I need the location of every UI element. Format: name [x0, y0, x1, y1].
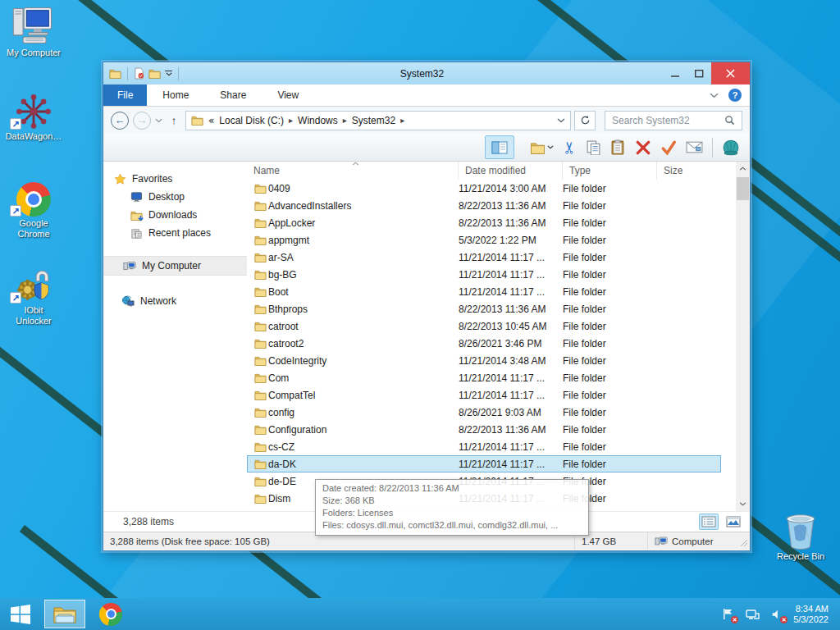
network-tray-icon[interactable]	[744, 607, 760, 622]
desktop-icon-recycle-bin[interactable]: Recycle Bin	[769, 509, 833, 562]
column-header-type[interactable]: Type	[563, 162, 657, 180]
file-row-CompatTel[interactable]: CompatTel11/21/2014 11:17 ...File folder	[247, 386, 721, 404]
folder-icon[interactable]	[109, 68, 121, 79]
minimize-button[interactable]	[664, 62, 687, 84]
action-center-flag-icon[interactable]: ✕	[719, 607, 736, 622]
taskbar-file-explorer-button[interactable]	[44, 600, 85, 628]
up-button[interactable]: ↑	[167, 114, 181, 127]
file-row-cs-CZ[interactable]: cs-CZ11/21/2014 11:17 ...File folder	[247, 438, 721, 455]
breadcrumb-overflow[interactable]: «	[208, 115, 214, 126]
start-button[interactable]	[0, 598, 41, 630]
breadcrumb-separator-icon[interactable]: ▸	[289, 116, 293, 125]
sidebar-item-downloads[interactable]: Downloads	[103, 206, 247, 224]
qat-customize-button[interactable]	[165, 71, 172, 76]
properties-icon[interactable]	[134, 67, 144, 80]
search-icon[interactable]	[724, 115, 735, 126]
column-header-date-modified[interactable]: Date modified	[459, 162, 563, 180]
taskbar: ✕ ✕ 8:34 AM 5/3/2022	[0, 598, 840, 630]
scroll-down-arrow-icon[interactable]	[736, 497, 750, 511]
column-headers: Name Date modified Type Size	[247, 162, 736, 180]
resize-grip[interactable]	[738, 532, 750, 550]
paste-button[interactable]	[610, 139, 626, 155]
file-row-catroot[interactable]: catroot8/22/2013 10:45 AMFile folder	[247, 317, 721, 335]
file-type: File folder	[563, 407, 657, 418]
breadcrumb-separator-icon[interactable]: ▸	[400, 116, 404, 125]
folder-icon[interactable]	[148, 68, 161, 79]
window-title: System32	[180, 68, 664, 80]
breadcrumb-separator-icon[interactable]: ▸	[343, 116, 347, 125]
star-icon	[113, 173, 126, 185]
sidebar-item-desktop[interactable]: Desktop	[103, 188, 247, 206]
desktop-icon-label: IObit Unlocker	[10, 305, 57, 326]
tab-file[interactable]: File	[103, 84, 147, 106]
breadcrumb[interactable]: « Local Disk (C:) ▸ Windows ▸ System32 ▸	[185, 111, 571, 130]
desktop-icon-google-chrome[interactable]: ↗ Google Chrome	[2, 179, 66, 240]
email-button[interactable]	[686, 141, 703, 153]
breadcrumb-segment[interactable]: System32	[352, 115, 395, 126]
ribbon-expand-chevron-icon[interactable]	[710, 93, 719, 98]
titlebar[interactable]: System32	[103, 62, 750, 84]
file-row-Bthprops[interactable]: Bthprops8/22/2013 11:36 AMFile folder	[247, 300, 721, 317]
file-date-modified: 11/21/2014 3:00 AM	[459, 183, 563, 194]
file-row-config[interactable]: config8/26/2021 9:03 AMFile folder	[247, 404, 721, 421]
cut-button[interactable]: ✂	[560, 140, 580, 154]
file-row-Configuration[interactable]: Configuration8/22/2013 11:36 AMFile fold…	[247, 421, 721, 438]
file-row-bg-BG[interactable]: bg-BG11/21/2014 11:17 ...File folder	[247, 266, 721, 283]
desktop-icon-iobit-unlocker[interactable]: ↗ IObit Unlocker	[2, 266, 66, 326]
maximize-button[interactable]	[687, 62, 711, 84]
file-row-CodeIntegrity[interactable]: CodeIntegrity11/21/2014 3:48 AMFile fold…	[247, 352, 721, 369]
taskbar-chrome-button[interactable]	[90, 600, 131, 628]
file-type: File folder	[563, 390, 657, 401]
search-box[interactable]: Search System32	[605, 111, 742, 130]
vertical-scrollbar[interactable]	[736, 162, 750, 511]
scrollbar-thumb[interactable]	[737, 177, 749, 200]
tooltip-line: Size: 368 KB	[322, 495, 582, 507]
breadcrumb-segment[interactable]: Windows	[298, 115, 338, 126]
help-button[interactable]: ?	[728, 89, 742, 102]
file-name: appmgmt	[268, 235, 459, 246]
file-row-catroot2[interactable]: catroot28/26/2021 3:46 PMFile folder	[247, 335, 721, 352]
shortcut-arrow-icon: ↗	[10, 205, 21, 217]
address-dropdown-chevron-icon[interactable]	[557, 118, 565, 123]
file-row-AppLocker[interactable]: AppLocker8/22/2013 11:36 AMFile folder	[247, 214, 721, 231]
refresh-button[interactable]	[574, 111, 596, 130]
taskbar-clock[interactable]: 8:34 AM 5/3/2022	[793, 604, 832, 625]
column-header-size[interactable]: Size	[657, 162, 723, 180]
recent-locations-chevron-icon[interactable]	[155, 118, 162, 123]
file-row-0409[interactable]: 040911/21/2014 3:00 AMFile folder	[247, 180, 721, 197]
sidebar-item-favorites[interactable]: Favorites	[103, 170, 247, 188]
volume-muted-icon[interactable]: ✕	[769, 607, 785, 622]
scroll-up-arrow-icon[interactable]	[736, 162, 750, 176]
tab-share[interactable]: Share	[204, 84, 262, 106]
file-row-AdvancedInstallers[interactable]: AdvancedInstallers8/22/2013 11:36 AMFile…	[247, 197, 721, 214]
back-button[interactable]: ←	[111, 112, 129, 130]
tab-view[interactable]: View	[262, 84, 314, 106]
sidebar-item-network[interactable]: Network	[103, 292, 247, 310]
close-button[interactable]	[711, 62, 750, 84]
status-location: Computer	[648, 532, 738, 550]
forward-button[interactable]: →	[133, 112, 151, 130]
file-row-ar-SA[interactable]: ar-SA11/21/2014 11:17 ...File folder	[247, 249, 721, 266]
file-row-Com[interactable]: Com11/21/2014 11:17 ...File folder	[247, 369, 721, 386]
copy-button[interactable]	[586, 139, 601, 155]
desktop-icon-my-computer[interactable]: My Computer	[2, 5, 66, 58]
thumbnail-view-button[interactable]	[724, 514, 743, 530]
folder-options-button[interactable]	[530, 141, 554, 154]
sidebar-item-my-computer[interactable]: My Computer	[103, 256, 247, 276]
tab-home[interactable]: Home	[147, 84, 204, 106]
breadcrumb-segment[interactable]: Local Disk (C:)	[219, 115, 284, 126]
confirm-button[interactable]	[660, 139, 677, 156]
sidebar-item-recent-places[interactable]: Recent places	[103, 224, 247, 242]
file-name: cs-CZ	[268, 441, 459, 453]
file-type: File folder	[563, 304, 657, 315]
preview-pane-button[interactable]	[485, 135, 514, 159]
file-row-da-DK[interactable]: da-DK11/21/2014 11:17 ...File folder	[247, 455, 721, 472]
file-row-appmgmt[interactable]: appmgmt5/3/2022 1:22 PMFile folder	[247, 231, 721, 249]
shell-button[interactable]	[722, 139, 740, 156]
folder-icon	[247, 183, 268, 194]
desktop-icon-datawagon[interactable]: ↗ DataWagon…	[2, 90, 66, 142]
file-row-Boot[interactable]: Boot11/21/2014 11:17 ...File folder	[247, 283, 721, 300]
details-view-button[interactable]	[699, 514, 719, 530]
file-date-modified: 11/21/2014 11:17 ...	[459, 252, 563, 263]
delete-button[interactable]	[635, 139, 651, 156]
